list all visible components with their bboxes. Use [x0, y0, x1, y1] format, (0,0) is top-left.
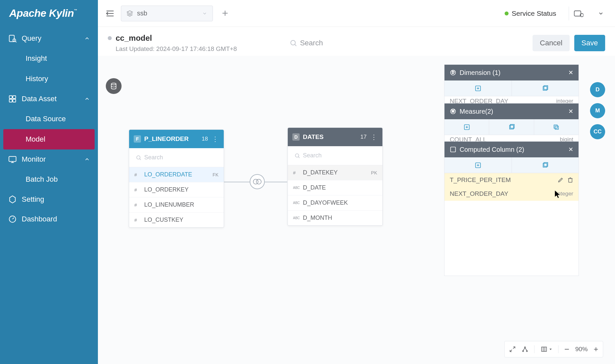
svg-line-12 [12, 218, 14, 219]
svg-line-59 [525, 348, 527, 351]
chevron-down-icon [202, 11, 207, 16]
cancel-button[interactable]: Cancel [533, 35, 569, 51]
svg-marker-16 [127, 11, 133, 13]
column-lo-custkey[interactable]: #LO_CUSTKEY [129, 213, 224, 227]
column-d-datekey[interactable]: #D_DATEKEYPK [288, 165, 382, 180]
nav-dashboard[interactable]: Dashboard [0, 209, 98, 229]
cc-add-button[interactable] [444, 157, 512, 173]
zoom-out-button[interactable]: − [564, 345, 569, 353]
svg-marker-10 [10, 196, 15, 203]
svg-point-24 [137, 156, 140, 159]
cc-icon [450, 146, 456, 153]
dimension-icon: D [450, 69, 456, 76]
service-status[interactable]: Service Status [505, 10, 556, 17]
close-measure-icon[interactable]: ✕ [568, 108, 573, 115]
zoom-level: 90% [575, 346, 588, 353]
column-d-dayofweek[interactable]: ABCD_DAYOFWEEK [288, 195, 382, 211]
table-search[interactable]: Search [288, 146, 382, 165]
nav-query[interactable]: Query [0, 29, 98, 48]
table-search[interactable]: Search [129, 148, 224, 167]
cc-row-next-order-day[interactable]: NEXT_ORDER_DAY integer [444, 187, 579, 201]
measure-copy-button[interactable] [489, 119, 534, 135]
table-header[interactable]: D DATES 17 ⋮ [288, 128, 382, 146]
data-source-toggle[interactable] [106, 78, 122, 94]
dimension-batch-button[interactable] [512, 80, 579, 96]
cc-row-t-price-per-item[interactable]: T_PRICE_PER_ITEM [444, 173, 579, 187]
rail-cc-button[interactable]: CC [590, 124, 605, 139]
column-lo-orderdate[interactable]: #LO_ORDERDATEFK [129, 167, 224, 182]
nav-query-label: Query [22, 34, 41, 43]
status-dot-icon [505, 11, 509, 15]
table-header[interactable]: F P_LINEORDER 18 ⋮ [129, 130, 224, 148]
measure-icon: M [450, 108, 456, 115]
nav-data-source[interactable]: Data Source [0, 109, 98, 129]
edit-icon[interactable] [558, 177, 563, 183]
join-node[interactable] [250, 174, 265, 189]
measure-batch-button[interactable] [534, 119, 579, 135]
column-d-month[interactable]: ABCD_MONTH [288, 211, 382, 225]
nav-data-asset[interactable]: Data Asset [0, 89, 98, 109]
expand-icon[interactable] [509, 346, 516, 353]
svg-rect-42 [554, 125, 558, 128]
nav-setting-label: Setting [22, 195, 44, 204]
nav-monitor-label: Monitor [22, 155, 46, 164]
column-lo-orderkey[interactable]: #LO_ORDERKEY [129, 182, 224, 197]
svg-point-23 [256, 179, 261, 184]
model-header: cc_model Last Updated: 2024-09-17 17:46:… [98, 27, 615, 56]
dimension-add-button[interactable] [444, 80, 512, 96]
chevron-up-icon [84, 96, 90, 102]
dashboard-icon [8, 215, 17, 224]
nav-history[interactable]: History [0, 69, 98, 89]
close-cc-icon[interactable]: ✕ [568, 146, 573, 153]
table-p-lineorder[interactable]: F P_LINEORDER 18 ⋮ Search #LO_ORDERDATEF… [129, 129, 224, 228]
svg-rect-5 [9, 99, 12, 102]
svg-rect-4 [13, 96, 16, 99]
svg-line-2 [15, 41, 16, 42]
nav-model[interactable]: Model [3, 129, 95, 149]
measure-add-button[interactable] [444, 119, 489, 135]
cc-batch-button[interactable] [512, 157, 579, 173]
nav-setting[interactable]: Setting [0, 190, 98, 209]
canvas-bottom-bar: − 90% + [504, 341, 603, 357]
help-button[interactable] [569, 7, 588, 20]
cc-panel-header[interactable]: Computed Column (2) ✕ [444, 142, 579, 157]
svg-point-19 [291, 40, 295, 45]
rail-dimension-button[interactable]: D [590, 82, 605, 97]
view-mode-button[interactable] [540, 346, 552, 353]
dim-badge: D [292, 133, 300, 141]
nav-batch-job[interactable]: Batch Job [0, 169, 98, 190]
add-project-button[interactable]: + [219, 8, 231, 19]
nav-monitor[interactable]: Monitor [0, 149, 98, 169]
dimension-panel-header[interactable]: D Dimension (1) ✕ [444, 65, 579, 80]
chevron-up-icon [84, 156, 90, 162]
svg-rect-3 [9, 96, 12, 99]
svg-line-58 [523, 348, 525, 351]
measure-panel-header[interactable]: M Measure(2) ✕ [444, 103, 579, 119]
user-menu[interactable] [595, 11, 607, 16]
cc-title: Computed Column (2) [460, 146, 524, 153]
column-d-date[interactable]: ABCD_DATE [288, 180, 382, 195]
table-dates[interactable]: D DATES 17 ⋮ Search #D_DATEKEYPK ABCD_DA… [287, 127, 383, 226]
save-button[interactable]: Save [574, 35, 605, 51]
delete-icon[interactable] [567, 177, 573, 183]
table-col-count: 17 [360, 134, 367, 140]
project-name: ssb [137, 10, 147, 17]
sidebar-toggle[interactable] [106, 10, 114, 17]
measure-title: Measure(2) [460, 108, 493, 115]
main: ssb + Service Status [98, 0, 615, 364]
zoom-in-button[interactable]: + [594, 345, 598, 353]
table-title: DATES [303, 133, 324, 141]
close-dimension-icon[interactable]: ✕ [568, 69, 573, 76]
column-lo-linenumber[interactable]: #LO_LINENUMBER [129, 197, 224, 213]
table-menu-icon[interactable]: ⋮ [211, 135, 219, 143]
model-search[interactable]: Search [289, 39, 323, 47]
project-select[interactable]: ssb [121, 6, 213, 21]
nav-insight[interactable]: Insight [0, 48, 98, 69]
layout-icon[interactable] [522, 346, 528, 353]
table-col-count: 18 [202, 136, 208, 142]
canvas[interactable]: F P_LINEORDER 18 ⋮ Search #LO_ORDERDATEF… [98, 56, 615, 364]
rail-measure-button[interactable]: M [590, 103, 605, 118]
svg-rect-50 [569, 179, 572, 182]
svg-line-27 [298, 157, 300, 158]
table-menu-icon[interactable]: ⋮ [370, 133, 378, 141]
